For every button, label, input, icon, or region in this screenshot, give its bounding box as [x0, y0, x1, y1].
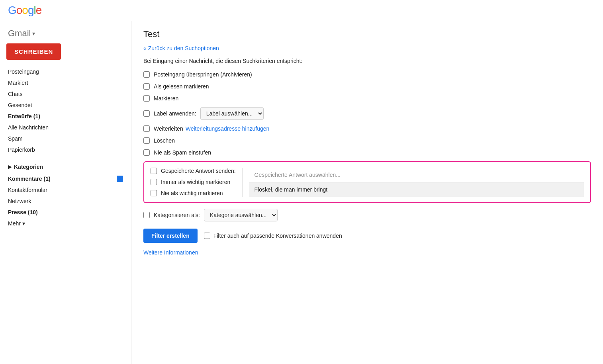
- saved-reply-checkbox[interactable]: [151, 168, 157, 174]
- more-info-link[interactable]: Weitere Informationen: [143, 249, 198, 256]
- label-apply-label[interactable]: Label anwenden:: [154, 110, 196, 117]
- forward-option: Weiterleiten Weiterleitungsadresse hinzu…: [143, 125, 591, 132]
- sidebar-item-alle-nachrichten[interactable]: Alle Nachrichten: [0, 122, 131, 133]
- saved-reply-option: Gespeicherte Antwort senden:: [151, 168, 236, 174]
- never-important-option: Nie als wichtig markieren: [151, 190, 236, 196]
- markieren-checkbox[interactable]: [143, 95, 150, 102]
- mark-read-checkbox[interactable]: [143, 83, 150, 90]
- apply-filter-checkbox[interactable]: [204, 233, 210, 239]
- sidebar-divider: [0, 158, 131, 158]
- main-layout: Gmail ▾ SCHREIBEN Posteingang Markiert C…: [0, 21, 603, 364]
- apply-filter-label[interactable]: Filter auch auf passende Konversationen …: [213, 233, 342, 239]
- gmail-dropdown-arrow[interactable]: ▾: [32, 30, 35, 37]
- sidebar-item-entwuerfe[interactable]: Entwürfe (1): [0, 111, 131, 122]
- label-apply-container: Label anwenden: Label auswählen...: [143, 107, 591, 120]
- forward-label[interactable]: Weiterleiten: [154, 125, 183, 132]
- saved-reply-dropdown-header[interactable]: Gespeicherte Antwort auswählen...: [249, 168, 584, 182]
- mark-read-label[interactable]: Als gelesen markieren: [154, 83, 209, 90]
- mark-read-option: Als gelesen markieren: [143, 83, 591, 90]
- kategorien-arrow: ▶: [8, 164, 12, 170]
- sidebar-item-markiert[interactable]: Markiert: [0, 77, 131, 88]
- always-important-option: Immer als wichtig markieren: [151, 179, 236, 185]
- sidebar-item-posteingang[interactable]: Posteingang: [0, 66, 131, 77]
- skip-inbox-option: Posteingang überspringen (Archivieren): [143, 71, 591, 78]
- kategorisieren-container: Kategorisieren als: Kategorie auswählen.…: [143, 209, 591, 221]
- sidebar-item-kontaktformular[interactable]: Kontaktformular: [0, 184, 131, 196]
- kategorie-select[interactable]: Kategorie auswählen...: [204, 209, 278, 221]
- saved-reply-label[interactable]: Gespeicherte Antwort senden:: [161, 168, 236, 174]
- google-logo: Google: [8, 4, 41, 17]
- label-apply-checkbox[interactable]: [143, 110, 150, 117]
- sidebar-item-papierkorb[interactable]: Papierkorb: [0, 144, 131, 155]
- compose-button[interactable]: SCHREIBEN: [6, 43, 61, 60]
- header: Google: [0, 0, 603, 21]
- description-text: Bei Eingang einer Nachricht, die diesen …: [143, 58, 591, 64]
- content-area: Test « Zurück zu den Suchoptionen Bei Ei…: [131, 21, 603, 364]
- sidebar-item-netzwerk[interactable]: Netzwerk: [0, 196, 131, 207]
- highlighted-section: Gespeicherte Antwort senden: Immer als w…: [143, 161, 591, 203]
- highlighted-right: Gespeicherte Antwort auswählen... Floske…: [242, 168, 584, 197]
- never-important-checkbox[interactable]: [151, 190, 157, 196]
- forward-checkbox[interactable]: [143, 125, 150, 132]
- back-link[interactable]: « Zurück zu den Suchoptionen: [143, 45, 591, 51]
- saved-reply-dropdown-option[interactable]: Floskel, die man immer bringt: [249, 182, 584, 197]
- kategorisieren-label[interactable]: Kategorisieren als:: [154, 212, 200, 218]
- forward-link[interactable]: Weiterleitungsadresse hinzufügen: [186, 125, 270, 132]
- sidebar-item-gesendet[interactable]: Gesendet: [0, 100, 131, 111]
- sidebar-section-kategorien[interactable]: ▶ Kategorien: [0, 160, 131, 173]
- highlighted-left: Gespeicherte Antwort senden: Immer als w…: [151, 168, 236, 197]
- nie-spam-label[interactable]: Nie als Spam einstufen: [154, 149, 211, 156]
- kategorien-label: Kategorien: [14, 164, 43, 170]
- always-important-label[interactable]: Immer als wichtig markieren: [161, 179, 230, 185]
- kommentare-badge: [117, 176, 123, 182]
- always-important-checkbox[interactable]: [151, 179, 157, 185]
- loeschen-checkbox[interactable]: [143, 137, 150, 144]
- never-important-label[interactable]: Nie als wichtig markieren: [161, 190, 223, 196]
- action-row: Filter erstellen Filter auch auf passend…: [143, 229, 591, 243]
- sidebar-item-presse[interactable]: Presse (10): [0, 207, 131, 218]
- apply-checkbox-row: Filter auch auf passende Konversationen …: [204, 233, 342, 239]
- markieren-option: Markieren: [143, 95, 591, 102]
- sidebar-item-chats[interactable]: Chats: [0, 88, 131, 100]
- sidebar: Gmail ▾ SCHREIBEN Posteingang Markiert C…: [0, 21, 131, 364]
- loeschen-label[interactable]: Löschen: [154, 137, 175, 144]
- markieren-label[interactable]: Markieren: [154, 95, 178, 102]
- skip-inbox-checkbox[interactable]: [143, 71, 150, 78]
- gmail-title[interactable]: Gmail: [8, 28, 31, 39]
- filter-create-button[interactable]: Filter erstellen: [143, 229, 198, 243]
- skip-inbox-label[interactable]: Posteingang überspringen (Archivieren): [154, 71, 252, 78]
- kategorisieren-checkbox[interactable]: [143, 212, 150, 218]
- sidebar-item-mehr[interactable]: Mehr ▾: [0, 218, 131, 229]
- nie-spam-checkbox[interactable]: [143, 149, 150, 156]
- label-select[interactable]: Label auswählen...: [200, 107, 264, 120]
- gmail-label-container: Gmail ▾: [0, 25, 131, 43]
- sidebar-item-spam[interactable]: Spam: [0, 133, 131, 144]
- sidebar-item-kommentare[interactable]: Kommentare (1): [0, 173, 131, 184]
- highlighted-inner: Gespeicherte Antwort senden: Immer als w…: [151, 168, 584, 197]
- kommentare-label: Kommentare (1): [8, 176, 51, 182]
- loeschen-option: Löschen: [143, 137, 591, 144]
- content-title: Test: [143, 29, 591, 39]
- nie-spam-option: Nie als Spam einstufen: [143, 149, 591, 156]
